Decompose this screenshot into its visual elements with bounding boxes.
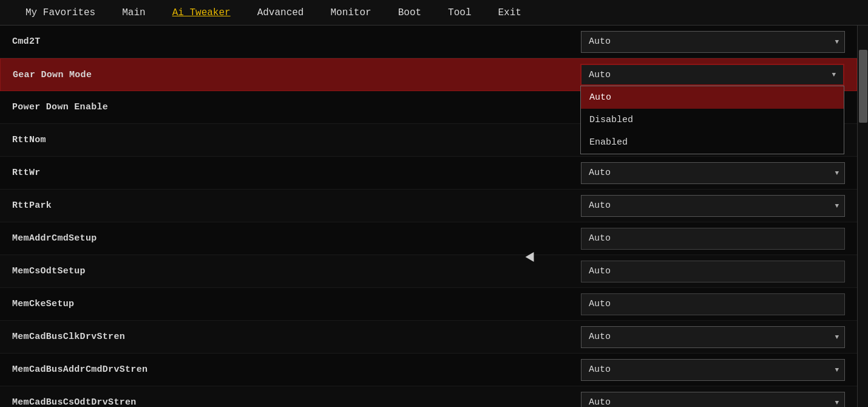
setting-control-gear-down-mode[interactable]: AutoAutoDisabledEnabled — [580, 64, 844, 86]
dropdown-wrapper-memcadbuscsodt-drvstren[interactable]: Auto — [581, 392, 845, 408]
scrollbar[interactable] — [857, 26, 868, 407]
setting-control-memcadbusclkdrvstren[interactable]: Auto — [581, 326, 845, 348]
dropdown-wrapper-memcadbusclkdrvstren[interactable]: Auto — [581, 326, 845, 348]
setting-row-memcsodt-setup: MemCsOdtSetupAuto — [0, 255, 857, 288]
setting-label-rttwr: RttWr — [12, 168, 581, 178]
setting-row-gear-down-mode: Gear Down ModeAutoAutoDisabledEnabled — [0, 58, 857, 91]
setting-label-rttpark: RttPark — [12, 200, 581, 211]
dropdown-memcadbusclkdrvstren[interactable]: Auto — [581, 326, 845, 348]
value-text-memcke-setup: Auto — [581, 293, 845, 315]
dropdown-option-enabled[interactable]: Enabled — [581, 131, 844, 154]
dropdown-open-gear-down-mode[interactable]: AutoAutoDisabledEnabled — [580, 64, 844, 86]
setting-row-memcke-setup: MemCkeSetupAuto — [0, 288, 857, 321]
nav-item-monitor[interactable]: Monitor — [317, 0, 384, 26]
dropdown-wrapper-rttpark[interactable]: Auto — [581, 195, 845, 217]
setting-label-rttnom: RttNom — [12, 135, 581, 145]
dropdown-option-disabled[interactable]: Disabled — [581, 109, 844, 131]
dropdown-rttpark[interactable]: Auto — [581, 195, 845, 217]
value-text-memcsodt-setup: Auto — [581, 261, 845, 282]
setting-label-memcsodt-setup: MemCsOdtSetup — [12, 266, 581, 276]
setting-control-rttpark[interactable]: Auto — [581, 195, 845, 217]
setting-control-cmd2t[interactable]: Auto — [581, 31, 845, 53]
setting-row-memaddrcmdsetup: MemAddrCmdSetupAuto — [0, 222, 857, 255]
dropdown-trigger-gear-down-mode[interactable]: Auto — [580, 64, 844, 86]
dropdown-cmd2t[interactable]: Auto — [581, 31, 845, 53]
setting-row-memcadbuscsodt-drvstren: MemCadBusCsOdtDrvStrenAuto — [0, 386, 857, 407]
nav-item-my-favorites[interactable]: My Favorites — [12, 0, 109, 26]
dropdown-wrapper-rttwr[interactable]: Auto — [581, 162, 845, 184]
dropdown-wrapper-memcadbusaddrcmddrvstren[interactable]: Auto — [581, 359, 845, 381]
nav-bar: My FavoritesMainAi TweakerAdvancedMonito… — [0, 0, 868, 26]
dropdown-rttwr[interactable]: Auto — [581, 162, 845, 184]
setting-label-memcke-setup: MemCkeSetup — [12, 299, 581, 309]
nav-item-boot[interactable]: Boot — [385, 0, 435, 26]
setting-row-rttwr: RttWrAuto — [0, 157, 857, 190]
nav-item-main[interactable]: Main — [109, 0, 158, 26]
nav-item-tool[interactable]: Tool — [435, 0, 484, 26]
setting-label-memcadbusaddrcmddrvstren: MemCadBusAddrCmdDrvStren — [12, 364, 581, 375]
setting-row-memcadbusaddrcmddrvstren: MemCadBusAddrCmdDrvStrenAuto — [0, 354, 857, 386]
setting-label-memcadbusclkdrvstren: MemCadBusClkDrvStren — [12, 332, 581, 342]
setting-control-memcadbusaddrcmddrvstren[interactable]: Auto — [581, 359, 845, 381]
setting-label-power-down-enable: Power Down Enable — [12, 102, 581, 112]
setting-control-memcadbuscsodt-drvstren[interactable]: Auto — [581, 392, 845, 408]
setting-control-memaddrcmdsetup[interactable]: Auto — [581, 228, 845, 250]
scrollbar-thumb[interactable] — [859, 50, 867, 123]
setting-row-memcadbusclkdrvstren: MemCadBusClkDrvStrenAuto — [0, 321, 857, 354]
nav-item-ai-tweaker[interactable]: Ai Tweaker — [159, 0, 244, 26]
setting-control-memcsodt-setup[interactable]: Auto — [581, 261, 845, 282]
dropdown-popup-gear-down-mode: AutoDisabledEnabled — [580, 86, 844, 154]
setting-control-rttwr[interactable]: Auto — [581, 162, 845, 184]
setting-label-gear-down-mode: Gear Down Mode — [13, 70, 580, 80]
setting-row-rttpark: RttParkAuto — [0, 190, 857, 222]
setting-label-cmd2t: Cmd2T — [12, 36, 581, 47]
nav-item-exit[interactable]: Exit — [484, 0, 534, 26]
dropdown-memcadbusaddrcmddrvstren[interactable]: Auto — [581, 359, 845, 381]
dropdown-memcadbuscsodt-drvstren[interactable]: Auto — [581, 392, 845, 408]
dropdown-option-auto[interactable]: Auto — [581, 86, 844, 109]
setting-label-memaddrcmdsetup: MemAddrCmdSetup — [12, 233, 581, 244]
value-text-memaddrcmdsetup: Auto — [581, 228, 845, 250]
dropdown-wrapper-cmd2t[interactable]: Auto — [581, 31, 845, 53]
settings-list: Cmd2TAutoGear Down ModeAutoAutoDisabledE… — [0, 26, 857, 407]
nav-item-advanced[interactable]: Advanced — [244, 0, 317, 26]
setting-label-memcadbuscsodt-drvstren: MemCadBusCsOdtDrvStren — [12, 397, 581, 407]
content-area: Cmd2TAutoGear Down ModeAutoAutoDisabledE… — [0, 26, 868, 407]
setting-control-memcke-setup[interactable]: Auto — [581, 293, 845, 315]
setting-row-cmd2t: Cmd2TAuto — [0, 26, 857, 58]
